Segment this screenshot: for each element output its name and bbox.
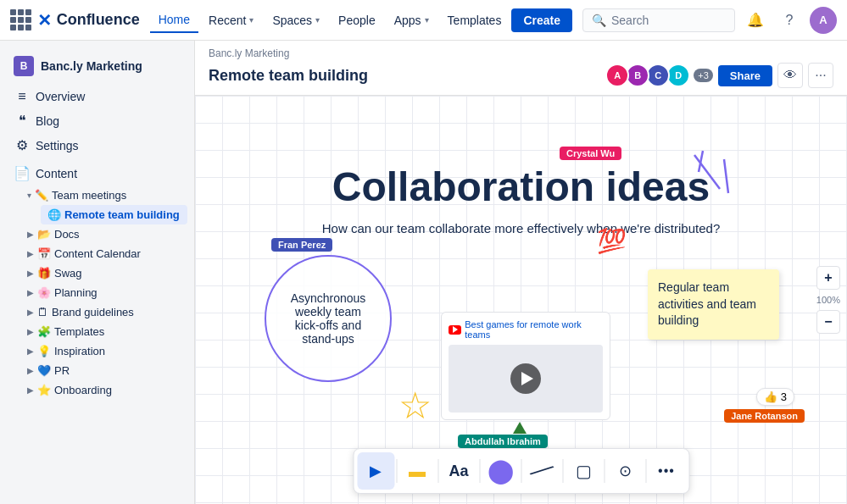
canvas-title: Collaboration ideas xyxy=(332,163,710,210)
toolbar-more-button[interactable]: ••• xyxy=(648,452,685,490)
bottom-toolbar: ▶ ▬ Aa ⬤ ╱ ▢ xyxy=(353,448,689,494)
more-actions-button[interactable]: ··· xyxy=(808,63,833,88)
brand-caret: ▶ xyxy=(27,307,34,317)
sidebar-tree: ▾ ✏️ Team meetings 🌐 Remote team buildin… xyxy=(7,186,187,400)
search-bar[interactable]: 🔍 Search xyxy=(582,8,735,32)
sidebar-content-header[interactable]: 📄 Content ··· xyxy=(7,161,187,186)
reaction-count: 3 xyxy=(781,390,787,403)
cursor-jane-rotanson: Jane Rotanson xyxy=(724,409,805,423)
main-layout: B Banc.ly Marketing ≡ Overview ··· ❝ Blo… xyxy=(0,41,847,504)
hundred-emoji: 💯 xyxy=(597,227,627,255)
toolbar-divider-3 xyxy=(479,459,480,483)
toolbar-sticky-button[interactable]: ▬ xyxy=(398,452,436,490)
play-triangle-icon xyxy=(521,372,533,385)
zoom-out-button[interactable]: − xyxy=(816,310,840,334)
nav-recent[interactable]: Recent ▾ xyxy=(200,8,262,32)
reaction-badge[interactable]: 👍 3 xyxy=(756,388,794,406)
more-icon: ••• xyxy=(658,463,675,479)
planning-icon: 🌸 xyxy=(37,286,51,299)
sidebar-item-overview[interactable]: ≡ Overview ··· xyxy=(7,85,187,108)
sidebar-settings-label: Settings xyxy=(36,139,79,152)
calendar-caret: ▶ xyxy=(27,249,34,258)
nav-apps[interactable]: Apps ▾ xyxy=(386,8,437,32)
lasso-icon: ⊙ xyxy=(619,462,632,480)
tree-item-docs[interactable]: ▶ 📂 Docs xyxy=(20,224,187,244)
sticky-note[interactable]: Regular team activities and team buildin… xyxy=(648,269,779,340)
logo[interactable]: ✕ Confluence xyxy=(37,10,140,30)
toolbar-divider-1 xyxy=(396,459,397,483)
brand-icon: B xyxy=(14,56,34,76)
docs-icon: 📂 xyxy=(37,228,51,241)
video-title: Best games for remote work teams xyxy=(449,319,603,340)
tree-item-swag[interactable]: ▶ 🎁 Swag xyxy=(20,263,187,283)
nav-home[interactable]: Home xyxy=(150,8,198,33)
toolbar-divider-7 xyxy=(645,459,646,483)
pr-caret: ▶ xyxy=(27,366,34,375)
calendar-icon: 📅 xyxy=(37,247,51,260)
youtube-icon xyxy=(449,325,461,335)
search-input-label: Search xyxy=(611,14,649,27)
sidebar-item-settings[interactable]: ⚙ Settings ··· xyxy=(7,133,187,158)
toolbar-shape-button[interactable]: ⬤ xyxy=(482,452,519,490)
tree-item-brand[interactable]: ▶ 🗒 Brand guidelines xyxy=(20,302,187,322)
cursor-crystal-wu: Crystal Wu xyxy=(560,147,621,160)
sub-item-remote-team[interactable]: 🌐 Remote team building xyxy=(41,205,187,224)
brand-name: Banc.ly Marketing xyxy=(41,59,142,73)
canvas-subtitle: How can our team collaborate more effect… xyxy=(322,221,721,235)
tree-item-content-calendar[interactable]: ▶ 📅 Content Calendar xyxy=(20,244,187,263)
nav-people[interactable]: People xyxy=(330,8,384,32)
video-thumbnail[interactable] xyxy=(449,345,603,413)
sidebar-content-section: 📄 Content ··· ▾ ✏️ Team meetings 🌐 Remot… xyxy=(0,161,194,400)
toolbar-line-button[interactable]: ╱ xyxy=(523,452,560,490)
apps-caret: ▾ xyxy=(425,15,429,25)
avatar-2: B xyxy=(626,64,649,87)
zoom-in-button[interactable]: + xyxy=(816,266,840,290)
breadcrumb: Banc.ly Marketing xyxy=(195,41,847,61)
remote-icon: 🌐 xyxy=(47,208,61,221)
cursor-icon: ▶ xyxy=(370,462,382,480)
nav-templates[interactable]: Templates xyxy=(439,8,510,32)
tree-item-planning[interactable]: ▶ 🌸 Planning xyxy=(20,283,187,302)
recent-caret: ▾ xyxy=(249,15,254,25)
inspiration-caret: ▶ xyxy=(27,346,34,356)
tree-item-pr[interactable]: ▶ 💙 PR xyxy=(20,361,187,380)
tree-item-onboarding[interactable]: ▶ ⭐ Onboarding xyxy=(20,380,187,400)
toolbar-divider-5 xyxy=(562,459,563,483)
collab-avatars: A B C D +3 xyxy=(610,64,713,87)
user-avatar[interactable]: A xyxy=(810,7,837,34)
sidebar: B Banc.ly Marketing ≡ Overview ··· ❝ Blo… xyxy=(0,41,195,504)
nav-spaces[interactable]: Spaces ▾ xyxy=(264,8,328,32)
notifications-button[interactable]: 🔔 xyxy=(742,7,769,34)
tree-item-templates[interactable]: ▶ 🧩 Templates xyxy=(20,322,187,341)
toolbar-text-button[interactable]: Aa xyxy=(440,452,477,490)
breadcrumb-parent-link[interactable]: Banc.ly Marketing xyxy=(209,47,289,59)
sidebar-brand[interactable]: B Banc.ly Marketing xyxy=(7,51,187,81)
star-icon: ☆ xyxy=(398,384,432,427)
help-button[interactable]: ? xyxy=(776,7,803,34)
create-button[interactable]: Create xyxy=(511,8,572,32)
grid-icon xyxy=(10,9,31,30)
onboarding-icon: ⭐ xyxy=(37,384,51,396)
app-switcher-button[interactable] xyxy=(10,7,34,34)
content-label: Content xyxy=(36,167,77,180)
sidebar-brand-section: B Banc.ly Marketing xyxy=(0,51,194,81)
watch-button[interactable]: 👁 xyxy=(777,63,803,88)
share-button[interactable]: Share xyxy=(718,65,772,86)
swag-caret: ▶ xyxy=(27,269,34,278)
toolbar-cursor-button[interactable]: ▶ xyxy=(357,452,394,490)
tree-item-team-meetings[interactable]: ▾ ✏️ Team meetings xyxy=(20,186,187,205)
sidebar-blog-label: Blog xyxy=(36,114,59,128)
canvas[interactable]: Collaboration ideas How can our team col… xyxy=(195,96,847,504)
sidebar-overview-label: Overview xyxy=(36,90,85,103)
shape-icon: ⬤ xyxy=(488,459,514,483)
tree-item-inspiration[interactable]: ▶ 💡 Inspiration xyxy=(20,341,187,361)
toolbar-lasso-button[interactable]: ⊙ xyxy=(606,452,644,490)
circle-card[interactable]: Asynchronous weekly team kick-offs and s… xyxy=(265,255,392,382)
thumbs-up-icon: 👍 xyxy=(764,390,777,403)
sidebar-item-blog[interactable]: ❝ Blog ··· xyxy=(7,108,187,133)
toolbar-frame-button[interactable]: ▢ xyxy=(565,452,602,490)
zoom-controls: + 100% − xyxy=(816,266,840,334)
video-card[interactable]: Best games for remote work teams xyxy=(441,312,610,420)
overview-icon: ≡ xyxy=(14,89,31,104)
play-button[interactable] xyxy=(510,363,541,394)
